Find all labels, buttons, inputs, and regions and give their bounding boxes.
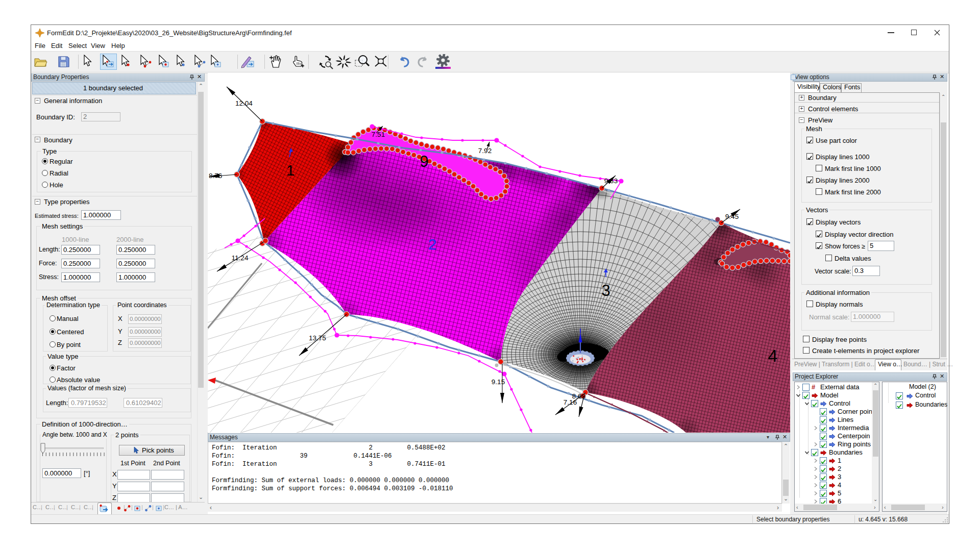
svg-text:12.04: 12.04 <box>235 99 253 107</box>
svg-text:7.51: 7.51 <box>372 131 385 138</box>
svg-text:7.92: 7.92 <box>478 147 492 155</box>
svg-text:11.24: 11.24 <box>232 254 249 262</box>
svg-text:9: 9 <box>420 153 428 170</box>
svg-text:9.15: 9.15 <box>492 378 505 386</box>
svg-text:3: 3 <box>601 282 610 299</box>
svg-text:7.16: 7.16 <box>564 398 577 406</box>
svg-text:13.75: 13.75 <box>309 334 326 342</box>
svg-text:4: 4 <box>768 346 778 365</box>
svg-text:2: 2 <box>428 236 437 253</box>
svg-text:9.45: 9.45 <box>725 213 739 220</box>
svg-text:1: 1 <box>286 162 295 179</box>
svg-text:8.76: 8.76 <box>209 172 222 180</box>
svg-text:9.33: 9.33 <box>604 177 618 185</box>
